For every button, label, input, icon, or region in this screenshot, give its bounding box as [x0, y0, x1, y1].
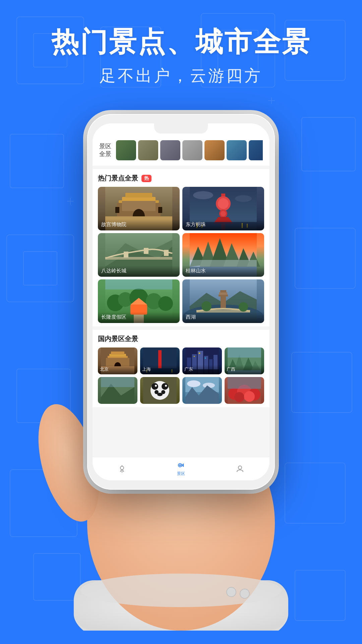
hot-section: 热门景点全景 热 [93, 169, 269, 326]
svg-point-152 [120, 466, 124, 470]
scenic-item-chimelong[interactable]: 长隆度假区 [98, 279, 180, 323]
svg-rect-151 [228, 377, 261, 389]
thumb-6[interactable] [227, 140, 247, 160]
svg-point-156 [238, 466, 242, 469]
svg-point-150 [244, 391, 255, 402]
screen-content[interactable]: 景区全景 [93, 133, 269, 467]
thumb-7[interactable] [249, 140, 263, 160]
svg-rect-92 [219, 292, 227, 295]
phone-device: 景区全景 [87, 114, 275, 490]
thumbnail-strip [116, 140, 263, 160]
svg-rect-93 [220, 290, 226, 292]
header-area: 热门景点、城市全景 足不出户，云游四方 [0, 27, 362, 87]
scenic-grid: 故宫博物院 [98, 187, 264, 323]
location-icon [118, 465, 126, 473]
svg-rect-118 [194, 356, 195, 357]
svg-point-139 [165, 385, 167, 387]
scenic-item-guilin[interactable]: 桂林山水 [182, 233, 264, 277]
scenic-item-gugong[interactable]: 故宫博物院 [98, 187, 180, 230]
phone-wrapper: 景区全景 [44, 114, 318, 610]
svg-rect-130 [101, 377, 134, 387]
svg-rect-85 [105, 279, 172, 289]
nav-item-profile[interactable] [236, 465, 244, 473]
section-label: 景区全景 [99, 143, 111, 158]
svg-rect-119 [205, 358, 206, 359]
nav-item-location[interactable] [118, 465, 126, 473]
city-item-label-shanghai: 上海 [140, 365, 180, 374]
svg-point-142 [187, 380, 200, 387]
scenic-item-label-westlake: 西湖 [182, 312, 264, 323]
city-item-other[interactable] [225, 377, 264, 404]
svg-rect-66 [164, 250, 169, 256]
scenic-item-badaling[interactable]: 八达岭长城 [98, 233, 180, 277]
svg-rect-44 [115, 207, 119, 213]
city-item-label-beijing: 北京 [98, 365, 137, 374]
main-title: 热门景点、城市全景 [0, 27, 362, 57]
hot-section-title: 热门景点全景 [98, 174, 138, 183]
scenic-item-westlake[interactable]: 西湖 [182, 279, 264, 323]
svg-point-134 [162, 383, 168, 390]
svg-point-94 [201, 301, 212, 311]
city-item-guangxi[interactable]: 广西 [225, 347, 264, 374]
svg-point-51 [218, 198, 229, 209]
scenic-item-label-dongfang: 东方明珠 [182, 219, 264, 230]
city-item-guangdong[interactable]: 广东 [182, 347, 222, 374]
svg-point-34 [240, 589, 249, 598]
city-grid-row2 [98, 377, 264, 404]
thumb-2[interactable] [138, 140, 158, 160]
svg-point-53 [221, 211, 226, 216]
scenic-item-label-chimelong: 长隆度假区 [98, 312, 180, 323]
svg-rect-99 [111, 352, 124, 355]
bottom-nav: 景区 [93, 457, 269, 480]
svg-point-32 [80, 574, 282, 607]
profile-icon [236, 465, 244, 473]
svg-rect-64 [124, 252, 128, 258]
svg-point-48 [235, 195, 252, 202]
city-item-label-guangxi: 广西 [225, 365, 264, 374]
scenic-item-dongfang[interactable]: 东方明珠 [182, 187, 264, 230]
svg-point-95 [239, 302, 248, 312]
svg-point-149 [234, 392, 244, 402]
phone-notch [154, 123, 208, 133]
hot-section-header: 热门景点全景 热 [98, 174, 264, 183]
city-item-beijing[interactable]: 北京 [98, 347, 137, 374]
phone-screen: 景区全景 [93, 123, 269, 480]
svg-point-47 [193, 191, 213, 199]
city-item-chengdu[interactable] [140, 377, 180, 404]
city-item-label-guangdong: 广东 [182, 365, 222, 374]
nav-label-scenic: 景区 [177, 471, 185, 477]
svg-rect-45 [158, 207, 162, 213]
scenic-item-label-guilin: 桂林山水 [182, 266, 264, 277]
svg-point-154 [179, 465, 181, 466]
svg-rect-117 [199, 353, 200, 354]
svg-point-137 [157, 393, 163, 396]
svg-point-138 [155, 385, 157, 387]
scenic-icon [177, 461, 185, 470]
svg-point-81 [158, 296, 173, 311]
scenic-item-label-gugong: 故宫博物院 [98, 219, 180, 230]
svg-point-33 [227, 587, 236, 597]
domestic-section: 国内景区全景 [93, 330, 269, 407]
city-item-shanghai[interactable]: 上海 [140, 347, 180, 374]
city-item-sichuan[interactable] [98, 377, 137, 404]
svg-rect-38 [125, 193, 152, 198]
thumb-4[interactable] [182, 140, 202, 160]
thumb-3[interactable] [160, 140, 180, 160]
svg-rect-65 [144, 248, 148, 254]
scenic-item-label-badaling: 八达岭长城 [98, 266, 180, 277]
city-item-yunnan[interactable] [182, 377, 222, 404]
svg-point-133 [152, 383, 158, 390]
sub-title: 足不出户，云游四方 [0, 65, 362, 87]
svg-rect-126 [228, 347, 261, 358]
scenic-panorama-section: 景区全景 [93, 133, 269, 166]
svg-rect-63 [105, 257, 172, 260]
city-grid-row1: 北京 [98, 347, 264, 374]
nav-item-scenic[interactable]: 景区 [177, 461, 185, 477]
thumb-1[interactable] [116, 140, 136, 160]
domestic-section-title: 国内景区全景 [98, 334, 264, 343]
thumb-5[interactable] [204, 140, 225, 160]
hot-badge: 热 [141, 175, 152, 182]
